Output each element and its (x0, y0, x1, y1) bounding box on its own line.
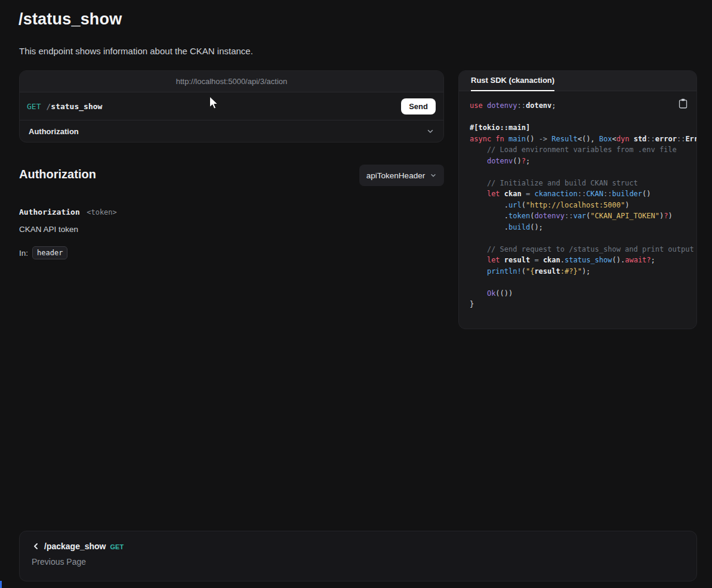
auth-param-name: Authorization (19, 208, 80, 216)
auth-scheme-select[interactable]: apiTokenHeader (359, 165, 444, 186)
code-language-tab[interactable]: Rust SDK (ckanaction) (471, 71, 554, 91)
request-auth-label: Authorization (29, 127, 79, 136)
auth-param-description: CKAN API token (19, 225, 78, 234)
chevron-left-icon (32, 542, 40, 550)
request-method-badge: GET (27, 102, 41, 111)
auth-param-in-row: In: header (19, 246, 67, 259)
auth-scheme-value: apiTokenHeader (366, 171, 425, 180)
code-panel-header: Rust SDK (ckanaction) (459, 71, 696, 91)
request-row: GET /status_show Send (20, 92, 443, 120)
prev-top-row: /package_show GET (32, 541, 685, 551)
auth-in-value-badge: header (32, 246, 67, 259)
auth-in-label: In: (19, 249, 28, 258)
clipboard-icon[interactable] (679, 98, 688, 110)
auth-param-type: <token> (87, 208, 117, 216)
prev-endpoint-path: /package_show (44, 541, 106, 551)
base-url-bar[interactable]: http://localhost:5000/api/3/action (20, 71, 443, 92)
code-block: use dotenvy::dotenv; #[tokio::main]async… (470, 100, 696, 310)
page-title: /status_show (19, 10, 122, 29)
request-card: http://localhost:5000/api/3/action GET /… (19, 70, 444, 143)
page: /status_show This endpoint shows informa… (0, 0, 712, 588)
chevron-down-icon (430, 172, 437, 179)
corner-marker (0, 581, 2, 588)
send-button[interactable]: Send (401, 98, 436, 114)
auth-param-row: Authorization <token> (19, 206, 117, 217)
code-example-panel: Rust SDK (ckanaction) use dotenvy::doten… (458, 70, 697, 329)
request-path: /status_show (46, 102, 102, 111)
prev-page-label: Previous Page (32, 557, 685, 567)
request-auth-toggle[interactable]: Authorization (20, 120, 443, 142)
previous-page-link[interactable]: /package_show GET Previous Page (19, 531, 697, 581)
chevron-down-icon (426, 127, 434, 135)
code-body: use dotenvy::dotenv; #[tokio::main]async… (459, 91, 696, 329)
page-description: This endpoint shows information about th… (19, 46, 253, 56)
prev-endpoint-method: GET (110, 543, 124, 550)
authorization-heading: Authorization (19, 168, 96, 181)
request-path-name: status_show (51, 102, 102, 111)
